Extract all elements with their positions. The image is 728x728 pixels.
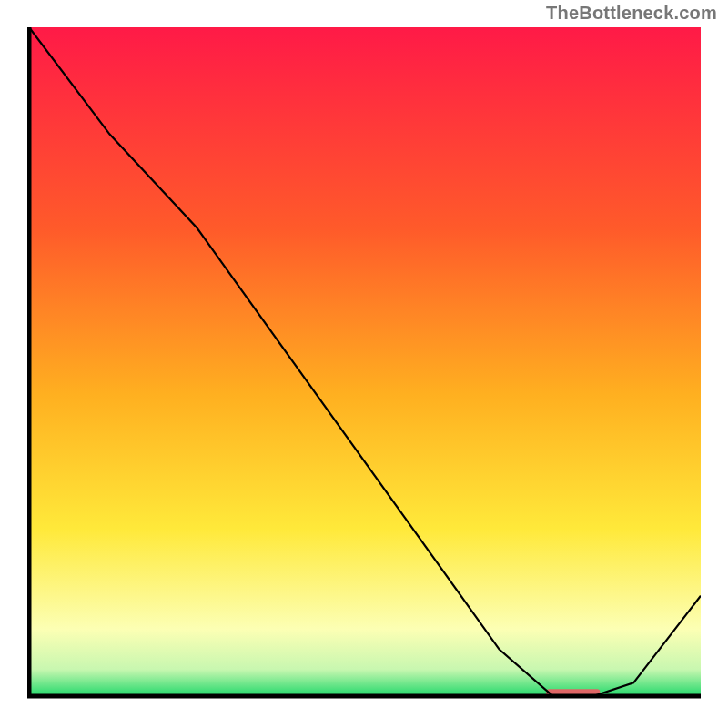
chart-svg <box>27 27 701 701</box>
plot-area <box>27 27 701 701</box>
chart-container: TheBottleneck.com <box>0 0 728 728</box>
watermark-text: TheBottleneck.com <box>546 3 717 24</box>
gradient-background <box>27 27 701 696</box>
